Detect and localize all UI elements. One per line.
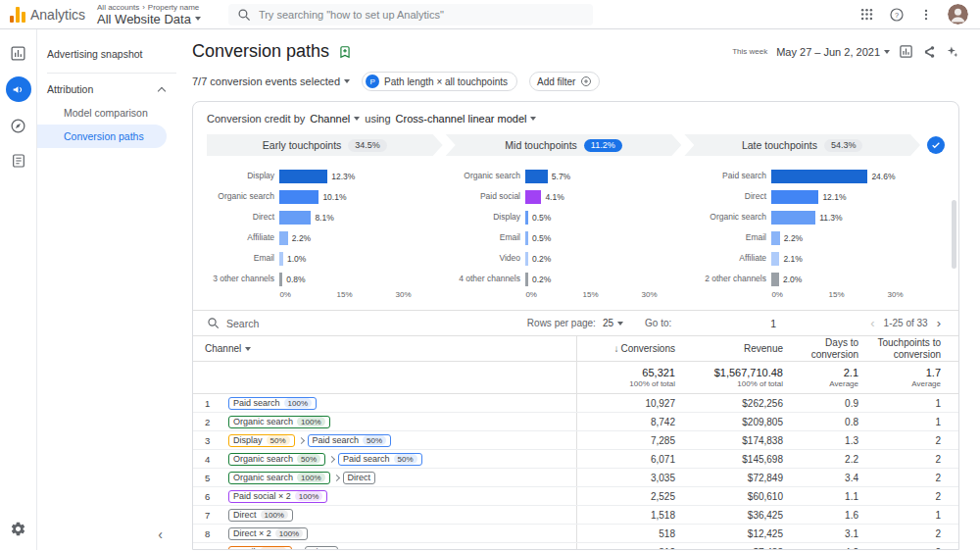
next-page-icon[interactable]: › — [935, 316, 943, 330]
search-input[interactable] — [259, 9, 584, 21]
chart-bar[interactable] — [525, 211, 528, 225]
chart-bar[interactable] — [771, 211, 815, 225]
channel-chip[interactable]: Direct — [343, 472, 376, 484]
reports-icon[interactable] — [7, 41, 30, 65]
cell-days: 1.3 — [783, 435, 858, 446]
rows-per-page-selector[interactable]: 25 — [603, 318, 623, 328]
dimension-selector[interactable]: Channel — [310, 113, 360, 125]
more-vert-icon[interactable] — [919, 8, 933, 22]
chart-bar[interactable] — [279, 170, 327, 183]
chart-bar[interactable] — [279, 231, 288, 245]
chart-bar[interactable] — [279, 252, 283, 266]
table-row[interactable]: 8Direct × 2100%518$12,4253.12 — [193, 525, 958, 543]
channel-chip[interactable]: Paid social × 2100% — [228, 490, 327, 503]
chart-bar[interactable] — [279, 273, 282, 286]
chart-bar[interactable] — [525, 252, 528, 266]
breadcrumb-property[interactable]: Property name — [148, 3, 199, 12]
funnel-segment-mid[interactable]: Mid touchpoints11.2% — [446, 134, 682, 156]
chart-bar[interactable] — [771, 170, 867, 183]
table-row[interactable]: 7Direct100%1,518$36,4251.61 — [193, 506, 958, 525]
bookmark-icon[interactable] — [338, 45, 352, 59]
share-icon[interactable] — [922, 45, 936, 59]
chart-bar[interactable] — [279, 211, 311, 225]
sidebar-section-attribution[interactable]: Attribution — [37, 77, 176, 101]
table-row[interactable]: 4Organic search50%Paid search50%6,071$14… — [193, 450, 958, 469]
channel-chip[interactable]: Display50% — [228, 434, 295, 447]
sidebar-item-advertising-snapshot[interactable]: Advertising snapshot — [37, 43, 176, 65]
checkmark-icon[interactable] — [927, 136, 945, 154]
previous-page-icon[interactable]: ‹ — [868, 316, 876, 330]
channel-chip[interactable]: Organic search100% — [228, 472, 330, 484]
add-filter-button[interactable]: Add filter — [529, 72, 600, 91]
chart-bar-value: 2.2% — [784, 233, 803, 243]
funnel-segment-late[interactable]: Late touchpoints54.3% — [684, 134, 920, 156]
conversion-events-selector[interactable]: 7/7 conversion events selected — [192, 75, 350, 87]
chart-bar[interactable] — [771, 231, 780, 245]
sidebar-item-model-comparison[interactable]: Model comparison — [37, 101, 167, 125]
path-length-filter-chip[interactable]: P Path length × all touchpoints — [362, 72, 517, 91]
breadcrumb[interactable]: All accounts › Property name — [97, 3, 201, 12]
breadcrumb-accounts[interactable]: All accounts — [97, 3, 139, 12]
chart-bar-label: Email — [453, 233, 525, 242]
user-avatar[interactable] — [948, 4, 968, 25]
column-header-revenue[interactable]: Revenue — [675, 343, 783, 354]
chart-bar[interactable] — [279, 190, 318, 204]
date-range-selector[interactable]: May 27 – Jun 2, 2021 — [776, 46, 890, 58]
table-row[interactable]: 1Paid search100%10,927$262,2560.91 — [193, 394, 958, 413]
chart-bar[interactable] — [771, 252, 779, 266]
table-row[interactable]: 3Display50%Paid search50%7,285$174,8381.… — [193, 431, 958, 450]
chart-bar-row: Paid social 4.1% — [453, 186, 689, 207]
chart-bar[interactable] — [771, 190, 818, 204]
column-header-conversions[interactable]: ↓Conversions — [577, 343, 675, 354]
column-header-days[interactable]: Days to conversion — [783, 337, 858, 359]
funnel-segment-share-badge: 54.3% — [824, 139, 863, 152]
chevron-up-icon — [158, 86, 166, 94]
sidebar-collapse-button[interactable]: ‹ — [158, 526, 163, 542]
advertising-icon[interactable] — [6, 76, 31, 102]
chart-bar[interactable] — [525, 170, 548, 183]
chart-bar[interactable] — [525, 273, 528, 286]
dimension-label: Channel — [310, 113, 350, 125]
table-row[interactable]: 6Paid social × 2100%2,525$60,6101.12 — [193, 487, 958, 506]
analytics-logo[interactable]: Analytics — [0, 7, 95, 23]
goto-page-input[interactable] — [685, 318, 861, 329]
chevron-down-icon — [354, 117, 360, 121]
channel-chip[interactable]: Paid search50% — [308, 434, 392, 447]
apps-grid-icon[interactable] — [859, 7, 874, 22]
explore-icon[interactable] — [7, 114, 30, 137]
attribution-model-selector[interactable]: Cross-channel linear model — [396, 113, 537, 125]
channel-chip[interactable]: Direct100% — [228, 509, 293, 522]
channel-chip[interactable]: Organic search100% — [228, 416, 330, 428]
global-search[interactable] — [228, 4, 593, 25]
cell-revenue: $145,698 — [675, 454, 783, 465]
chevron-down-icon — [245, 347, 251, 351]
sidebar-item-conversion-paths[interactable]: Conversion paths — [37, 125, 167, 148]
channel-chip[interactable]: Direct — [305, 546, 338, 551]
channel-chip[interactable]: Paid search100% — [228, 397, 317, 410]
column-header-touchpoints[interactable]: Touchpoints to conversion — [858, 337, 956, 359]
channel-chip[interactable]: Organic search50% — [228, 453, 325, 466]
cell-revenue: $262,256 — [675, 398, 783, 409]
table-search-input[interactable] — [226, 318, 403, 329]
channel-chip[interactable]: Paid search50% — [338, 453, 422, 466]
table-row[interactable]: 9Email100%Direct312$7,4884.22 — [193, 543, 958, 550]
table-row[interactable]: 5Organic search100%Direct3,035$72,8493.4… — [193, 469, 958, 487]
column-header-channel[interactable]: Channel — [193, 336, 577, 361]
chart-bar[interactable] — [525, 231, 528, 245]
chart-view-icon[interactable] — [899, 44, 913, 59]
chart-bar[interactable] — [771, 273, 779, 286]
insights-icon[interactable] — [945, 44, 959, 59]
admin-gear-icon[interactable] — [7, 517, 30, 540]
property-selector[interactable]: All Website Data — [97, 12, 201, 26]
configure-icon[interactable] — [7, 149, 30, 173]
channel-chip[interactable]: Email100% — [228, 546, 292, 551]
chart-bar-value: 0.8% — [286, 275, 305, 284]
scrollbar-thumb[interactable] — [952, 200, 956, 269]
chart-bar[interactable] — [525, 190, 541, 204]
chevron-down-icon — [530, 117, 536, 121]
funnel-segment-early[interactable]: Early touchpoints34.5% — [207, 134, 443, 156]
help-icon[interactable]: ? — [889, 7, 905, 23]
table-row[interactable]: 2Organic search100%8,742$209,8050.81 — [193, 413, 958, 431]
chart-column: Organic search 5.7% Paid social 4.1% Dis… — [453, 166, 699, 302]
channel-chip[interactable]: Direct × 2100% — [228, 527, 308, 540]
